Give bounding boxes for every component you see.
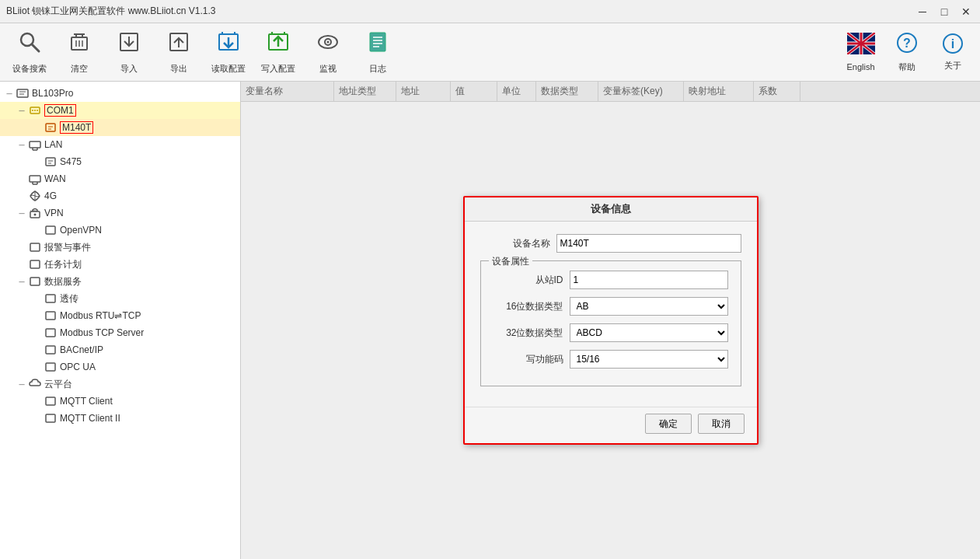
toolbar-import[interactable]: 导入 [106, 27, 152, 78]
toolbar-write-config[interactable]: 写入配置 [255, 27, 302, 78]
clear-icon [67, 30, 92, 60]
tree-item-task[interactable]: 任务计划 [0, 256, 240, 273]
svg-point-65 [34, 214, 37, 216]
tree-item-bl103pro[interactable]: ─ BL103Pro [0, 85, 240, 102]
tree-icon-modbus-tcp [44, 326, 58, 340]
tree-item-lan[interactable]: ─ LAN [0, 136, 240, 153]
search-icon [17, 30, 42, 60]
english-icon [847, 33, 875, 59]
tree-item-opc-ua[interactable]: OPC UA [0, 358, 240, 376]
toolbar-log[interactable]: 日志 [354, 27, 401, 78]
tree-icon-transparent [44, 292, 58, 306]
data16-select[interactable]: AB BA [570, 297, 728, 316]
window-controls: ─ □ ✕ [915, 4, 974, 19]
english-label: English [846, 62, 874, 72]
device-info-dialog: 设备信息 设备名称 设备属性 从站ID [463, 196, 759, 445]
tree-label-modbus-rtu: Modbus RTU⇌TCP [60, 310, 141, 321]
tree-toggle-com1: ─ [16, 104, 28, 117]
slave-id-input[interactable] [570, 271, 728, 289]
tree-item-mqtt[interactable]: MQTT Client [0, 393, 240, 410]
tree-icon-bl103pro [16, 86, 30, 100]
svg-rect-74 [46, 346, 55, 354]
tree-label-mqtt: MQTT Client [60, 396, 113, 407]
tree-icon-mqtt2 [44, 411, 58, 425]
tree-item-vpn[interactable]: ─ VPN VPN [0, 204, 240, 222]
tree-label-bl103pro: BL103Pro [32, 88, 73, 99]
dialog-title: 设备信息 [465, 197, 757, 222]
tree-label-task: 任务计划 [44, 258, 82, 271]
toolbar-right: English ? 帮助 i 关于 [839, 27, 974, 78]
toolbar-monitor[interactable]: 监视 [305, 27, 351, 78]
data16-label: 16位数据类型 [493, 300, 563, 313]
tree-item-alert[interactable]: 报警与事件 [0, 239, 240, 256]
tree-label-mqtt2: MQTT Client II [60, 413, 120, 424]
main-layout: ─ BL103Pro ─ COM1 M140T [0, 82, 980, 559]
data32-select[interactable]: ABCD DCBA BADC CDAB [570, 323, 728, 342]
tree-item-wan[interactable]: WAN [0, 170, 240, 187]
svg-line-1 [32, 44, 39, 51]
maximize-button[interactable]: □ [936, 4, 952, 19]
cancel-button[interactable]: 取消 [698, 414, 745, 434]
close-button[interactable]: ✕ [958, 4, 974, 19]
dialog-footer: 确定 取消 [465, 407, 757, 443]
confirm-button[interactable]: 确定 [645, 414, 692, 434]
tree-toggle-dataservice: ─ [16, 275, 28, 288]
tree-label-transparent: 透传 [60, 292, 78, 306]
toolbar-search[interactable]: 设备搜索 [6, 27, 53, 78]
tree-item-transparent[interactable]: 透传 [0, 290, 240, 307]
write-func-select[interactable]: 15/16 05/06 [570, 350, 728, 369]
sidebar: ─ BL103Pro ─ COM1 M140T [0, 82, 241, 559]
svg-text:i: i [950, 37, 954, 51]
data16-row: 16位数据类型 AB BA [493, 297, 728, 316]
tree-item-4g[interactable]: 4G [0, 187, 240, 204]
tree-item-mqtt2[interactable]: MQTT Client II [0, 410, 240, 427]
tree-toggle-s475 [31, 155, 44, 168]
tree-item-dataservice[interactable]: ─ 数据服务 [0, 273, 240, 290]
tree-item-com1[interactable]: ─ COM1 [0, 102, 240, 119]
dialog-overlay: 设备信息 设备名称 设备属性 从站ID [241, 82, 980, 559]
tree-item-modbus-tcp[interactable]: Modbus TCP Server [0, 324, 240, 341]
monitor-icon [316, 30, 340, 60]
device-name-input[interactable] [556, 234, 741, 253]
monitor-label: 监视 [319, 63, 337, 75]
tree-item-cloud[interactable]: ─ 云平台 [0, 376, 240, 393]
svg-rect-69 [30, 260, 40, 268]
tree-item-m140t[interactable]: M140T [0, 119, 240, 136]
log-icon [365, 30, 390, 60]
tree-label-modbus-tcp: Modbus TCP Server [60, 327, 144, 338]
toolbar-read-config[interactable]: 读取配置 [205, 27, 252, 78]
import-label: 导入 [120, 63, 138, 75]
tree-label-alert: 报警与事件 [44, 241, 91, 254]
tree-toggle-wan [16, 173, 28, 185]
write-config-label: 写入配置 [261, 63, 295, 75]
svg-rect-70 [30, 278, 40, 285]
tree-toggle-bacnet [31, 344, 44, 356]
tree-toggle-alert [16, 241, 28, 253]
toolbar-export[interactable]: 导出 [155, 27, 202, 78]
slave-id-row: 从站ID [493, 271, 728, 289]
tree-icon-modbus-rtu [44, 309, 58, 323]
tree-icon-4g [28, 189, 42, 203]
tree-icon-lan [28, 138, 42, 152]
minimize-button[interactable]: ─ [915, 4, 930, 19]
toolbar-clear[interactable]: 清空 [56, 27, 103, 78]
tree-icon-openvpn [44, 223, 58, 237]
title-bar: BLiiot 钡铼工业网关配置软件 www.BLiiot.cn V1.1.3 ─… [0, 0, 980, 23]
write-func-row: 写功能码 15/16 05/06 [493, 350, 728, 369]
svg-rect-73 [46, 329, 55, 337]
svg-rect-67 [46, 226, 55, 234]
tree-toggle-mqtt2 [31, 412, 44, 424]
toolbar-help[interactable]: ? 帮助 [885, 27, 928, 78]
tree-label-dataservice: 数据服务 [44, 275, 82, 288]
device-name-row: 设备名称 [480, 234, 741, 253]
tree-label-com1: COM1 [44, 104, 76, 117]
svg-rect-56 [46, 158, 55, 166]
tree-toggle-modbus-tcp [31, 327, 44, 339]
tree-item-s475[interactable]: S475 [0, 153, 240, 170]
device-attr-group: 设备属性 从站ID 16位数据类型 AB BA [480, 260, 741, 386]
toolbar-english[interactable]: English [839, 27, 882, 78]
toolbar-about[interactable]: i 关于 [931, 27, 974, 78]
tree-item-bacnet[interactable]: BACnet/IP [0, 341, 240, 358]
tree-item-openvpn[interactable]: OpenVPN [0, 222, 240, 239]
tree-item-modbus-rtu[interactable]: Modbus RTU⇌TCP [0, 307, 240, 324]
